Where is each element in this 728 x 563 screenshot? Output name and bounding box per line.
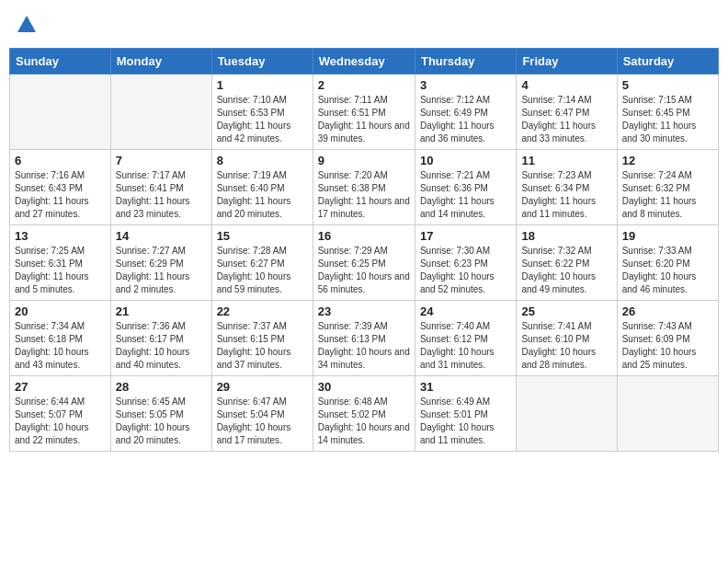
day-number: 26 xyxy=(622,304,713,318)
day-number: 5 xyxy=(622,78,713,92)
day-number: 16 xyxy=(318,229,410,243)
calendar-cell: 16Sunrise: 7:29 AM Sunset: 6:25 PM Dayli… xyxy=(313,225,415,301)
day-number: 30 xyxy=(318,380,410,394)
day-details: Sunrise: 7:37 AM Sunset: 6:15 PM Dayligh… xyxy=(217,320,308,372)
day-number: 4 xyxy=(521,78,611,92)
day-details: Sunrise: 7:11 AM Sunset: 6:51 PM Dayligh… xyxy=(318,94,410,145)
calendar-cell: 25Sunrise: 7:41 AM Sunset: 6:10 PM Dayli… xyxy=(517,301,617,376)
calendar-cell: 26Sunrise: 7:43 AM Sunset: 6:09 PM Dayli… xyxy=(617,301,718,376)
day-number: 29 xyxy=(217,380,308,394)
day-details: Sunrise: 6:48 AM Sunset: 5:02 PM Dayligh… xyxy=(318,396,410,447)
calendar-cell xyxy=(517,376,617,452)
calendar-week-row: 27Sunrise: 6:44 AM Sunset: 5:07 PM Dayli… xyxy=(10,376,719,452)
calendar-cell: 14Sunrise: 7:27 AM Sunset: 6:29 PM Dayli… xyxy=(110,225,211,301)
page-header xyxy=(9,9,719,40)
day-number: 1 xyxy=(217,78,308,92)
day-number: 27 xyxy=(15,380,106,394)
day-details: Sunrise: 7:20 AM Sunset: 6:38 PM Dayligh… xyxy=(318,169,410,221)
day-number: 12 xyxy=(622,154,713,167)
calendar-cell: 8Sunrise: 7:19 AM Sunset: 6:40 PM Daylig… xyxy=(211,150,313,225)
calendar-week-row: 20Sunrise: 7:34 AM Sunset: 6:18 PM Dayli… xyxy=(10,301,719,376)
weekday-header: Saturday xyxy=(617,49,718,75)
calendar-cell xyxy=(110,75,211,150)
day-number: 3 xyxy=(420,78,511,92)
calendar-cell: 22Sunrise: 7:37 AM Sunset: 6:15 PM Dayli… xyxy=(211,301,313,376)
logo-text xyxy=(14,14,38,40)
calendar-cell: 28Sunrise: 6:45 AM Sunset: 5:05 PM Dayli… xyxy=(110,376,211,452)
calendar-cell: 4Sunrise: 7:14 AM Sunset: 6:47 PM Daylig… xyxy=(517,75,617,150)
day-details: Sunrise: 6:44 AM Sunset: 5:07 PM Dayligh… xyxy=(15,396,106,447)
day-details: Sunrise: 7:24 AM Sunset: 6:32 PM Dayligh… xyxy=(622,169,713,221)
day-details: Sunrise: 7:29 AM Sunset: 6:25 PM Dayligh… xyxy=(318,245,410,296)
day-number: 18 xyxy=(521,229,611,243)
calendar-cell: 10Sunrise: 7:21 AM Sunset: 6:36 PM Dayli… xyxy=(415,150,516,225)
weekday-header: Sunday xyxy=(10,49,111,75)
day-number: 19 xyxy=(622,229,713,243)
day-number: 13 xyxy=(15,229,106,243)
day-details: Sunrise: 7:40 AM Sunset: 6:12 PM Dayligh… xyxy=(420,320,511,372)
svg-marker-0 xyxy=(17,16,36,32)
day-details: Sunrise: 7:39 AM Sunset: 6:13 PM Dayligh… xyxy=(318,320,410,372)
day-number: 17 xyxy=(420,229,511,243)
day-details: Sunrise: 7:32 AM Sunset: 6:22 PM Dayligh… xyxy=(521,245,611,296)
day-number: 11 xyxy=(521,154,611,167)
day-details: Sunrise: 6:47 AM Sunset: 5:04 PM Dayligh… xyxy=(217,396,308,447)
weekday-header: Thursday xyxy=(415,49,516,75)
calendar-cell xyxy=(10,75,111,150)
day-number: 25 xyxy=(521,304,611,318)
day-details: Sunrise: 6:49 AM Sunset: 5:01 PM Dayligh… xyxy=(420,396,511,447)
day-number: 20 xyxy=(15,304,106,318)
day-details: Sunrise: 7:10 AM Sunset: 6:53 PM Dayligh… xyxy=(217,94,308,145)
calendar-cell: 2Sunrise: 7:11 AM Sunset: 6:51 PM Daylig… xyxy=(313,75,415,150)
day-number: 28 xyxy=(116,380,207,394)
day-number: 8 xyxy=(217,154,308,167)
weekday-header: Monday xyxy=(110,49,211,75)
day-number: 6 xyxy=(15,154,106,167)
calendar-cell: 17Sunrise: 7:30 AM Sunset: 6:23 PM Dayli… xyxy=(415,225,516,301)
logo xyxy=(14,14,38,40)
day-number: 22 xyxy=(217,304,308,318)
day-details: Sunrise: 7:43 AM Sunset: 6:09 PM Dayligh… xyxy=(622,320,713,372)
day-number: 21 xyxy=(116,304,207,318)
calendar-cell: 15Sunrise: 7:28 AM Sunset: 6:27 PM Dayli… xyxy=(211,225,313,301)
calendar-cell: 6Sunrise: 7:16 AM Sunset: 6:43 PM Daylig… xyxy=(10,150,111,225)
calendar-cell: 13Sunrise: 7:25 AM Sunset: 6:31 PM Dayli… xyxy=(10,225,111,301)
calendar-cell: 24Sunrise: 7:40 AM Sunset: 6:12 PM Dayli… xyxy=(415,301,516,376)
day-number: 15 xyxy=(217,229,308,243)
calendar-cell: 11Sunrise: 7:23 AM Sunset: 6:34 PM Dayli… xyxy=(517,150,617,225)
weekday-header: Wednesday xyxy=(313,49,415,75)
day-number: 23 xyxy=(318,304,410,318)
day-number: 2 xyxy=(318,78,410,92)
day-number: 10 xyxy=(420,154,511,167)
day-details: Sunrise: 7:23 AM Sunset: 6:34 PM Dayligh… xyxy=(521,169,611,221)
day-details: Sunrise: 7:33 AM Sunset: 6:20 PM Dayligh… xyxy=(622,245,713,296)
day-details: Sunrise: 7:36 AM Sunset: 6:17 PM Dayligh… xyxy=(116,320,207,372)
day-number: 31 xyxy=(420,380,511,394)
calendar-cell: 30Sunrise: 6:48 AM Sunset: 5:02 PM Dayli… xyxy=(313,376,415,452)
day-details: Sunrise: 7:19 AM Sunset: 6:40 PM Dayligh… xyxy=(217,169,308,221)
calendar-cell: 5Sunrise: 7:15 AM Sunset: 6:45 PM Daylig… xyxy=(617,75,718,150)
calendar-cell: 27Sunrise: 6:44 AM Sunset: 5:07 PM Dayli… xyxy=(10,376,111,452)
calendar-cell: 21Sunrise: 7:36 AM Sunset: 6:17 PM Dayli… xyxy=(110,301,211,376)
calendar-cell: 19Sunrise: 7:33 AM Sunset: 6:20 PM Dayli… xyxy=(617,225,718,301)
calendar-week-row: 6Sunrise: 7:16 AM Sunset: 6:43 PM Daylig… xyxy=(10,150,719,225)
calendar-body: 1Sunrise: 7:10 AM Sunset: 6:53 PM Daylig… xyxy=(10,75,719,452)
day-details: Sunrise: 7:21 AM Sunset: 6:36 PM Dayligh… xyxy=(420,169,511,221)
calendar-cell: 1Sunrise: 7:10 AM Sunset: 6:53 PM Daylig… xyxy=(211,75,313,150)
calendar-header-row: SundayMondayTuesdayWednesdayThursdayFrid… xyxy=(10,49,719,75)
day-details: Sunrise: 7:30 AM Sunset: 6:23 PM Dayligh… xyxy=(420,245,511,296)
day-number: 9 xyxy=(318,154,410,167)
day-details: Sunrise: 7:27 AM Sunset: 6:29 PM Dayligh… xyxy=(116,245,207,296)
day-number: 14 xyxy=(116,229,207,243)
calendar-cell: 12Sunrise: 7:24 AM Sunset: 6:32 PM Dayli… xyxy=(617,150,718,225)
calendar-cell: 31Sunrise: 6:49 AM Sunset: 5:01 PM Dayli… xyxy=(415,376,516,452)
calendar-cell: 23Sunrise: 7:39 AM Sunset: 6:13 PM Dayli… xyxy=(313,301,415,376)
day-details: Sunrise: 7:16 AM Sunset: 6:43 PM Dayligh… xyxy=(15,169,106,221)
day-details: Sunrise: 7:25 AM Sunset: 6:31 PM Dayligh… xyxy=(15,245,106,296)
calendar-week-row: 13Sunrise: 7:25 AM Sunset: 6:31 PM Dayli… xyxy=(10,225,719,301)
day-details: Sunrise: 7:12 AM Sunset: 6:49 PM Dayligh… xyxy=(420,94,511,145)
calendar-cell: 9Sunrise: 7:20 AM Sunset: 6:38 PM Daylig… xyxy=(313,150,415,225)
day-details: Sunrise: 7:41 AM Sunset: 6:10 PM Dayligh… xyxy=(521,320,611,372)
weekday-header: Friday xyxy=(517,49,617,75)
day-details: Sunrise: 7:15 AM Sunset: 6:45 PM Dayligh… xyxy=(622,94,713,145)
